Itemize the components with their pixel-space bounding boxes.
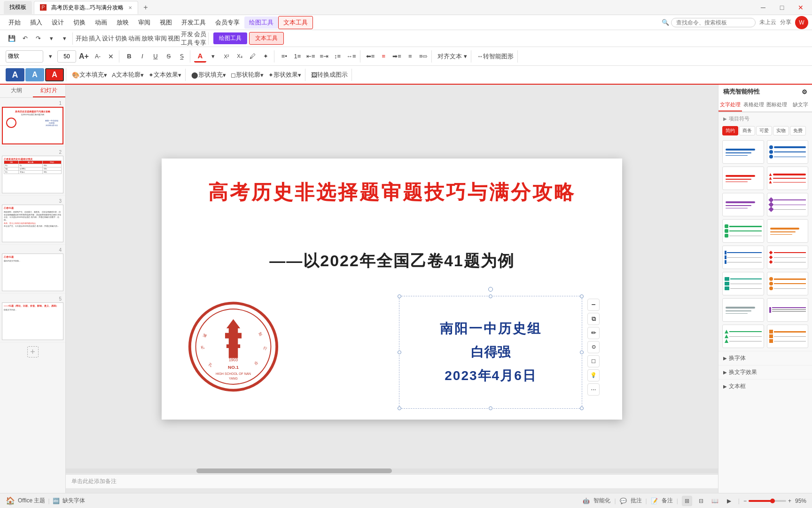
menu-slideshow[interactable]: 放映	[112, 16, 133, 29]
menu-view[interactable]: 视图	[155, 16, 177, 29]
convert-smart-btn[interactable]: ↔转智能图形	[475, 50, 515, 63]
style-item-12[interactable]	[767, 272, 809, 295]
text-tool-tab[interactable]: 文本工具	[249, 32, 284, 45]
side-position-btn[interactable]: ⊙	[587, 341, 600, 353]
handle-mr[interactable]	[580, 350, 584, 354]
save-btn[interactable]: 💾	[6, 32, 18, 45]
share-btn[interactable]: 分享	[780, 18, 791, 26]
underline-btn[interactable]: U	[149, 50, 162, 63]
panel-tab-text[interactable]: 文字处理	[718, 99, 742, 111]
close-btn[interactable]: ✕	[793, 3, 808, 12]
smart-label[interactable]: 智能化	[593, 497, 610, 505]
menu-design[interactable]: 设计	[47, 16, 69, 29]
font-color-dropdown[interactable]: ▾	[207, 50, 219, 63]
vip-btn[interactable]: 会员专享	[194, 32, 206, 45]
font-size-decrease[interactable]: A-	[92, 50, 104, 63]
review-btn[interactable]: 审阅	[155, 32, 167, 45]
filter-cute[interactable]: 可爱	[756, 126, 772, 135]
handle-br[interactable]	[580, 406, 584, 410]
font-size-increase[interactable]: A+	[77, 50, 91, 63]
clear-format-btn[interactable]: ✕	[105, 50, 117, 63]
view-reading[interactable]: 📖	[710, 496, 720, 506]
style-item-2[interactable]	[767, 140, 809, 164]
view-present[interactable]: ▶	[724, 496, 734, 506]
filter-simple[interactable]: 简约	[722, 126, 738, 135]
draw-tool-tab[interactable]: 绘图工具	[213, 32, 247, 44]
shape-fill-btn[interactable]: ⬤ 形状填充 ▾	[189, 69, 228, 81]
panel-settings-icon[interactable]: ⚙	[802, 88, 807, 95]
text-style-a3-box[interactable]: A	[45, 68, 64, 81]
convert-display-btn[interactable]: 🖼 转换成图示	[309, 69, 350, 81]
side-layers-btn[interactable]: ⧉	[587, 313, 600, 325]
align-right-btn[interactable]: ➡≡	[390, 50, 403, 63]
text-outline-drop[interactable]: ▾	[141, 71, 144, 79]
handle-tc[interactable]	[489, 294, 492, 298]
shape-outline-drop[interactable]: ▾	[260, 71, 264, 79]
text-fill-btn[interactable]: 🎨 文本填充 ▾	[70, 69, 109, 81]
numbering-btn[interactable]: 1≡	[291, 50, 304, 63]
menu-vip[interactable]: 会员专享	[211, 16, 244, 29]
style-item-13[interactable]	[722, 298, 764, 322]
slide-thumb-4[interactable]: 4 乙卷41题 题目内容文字段落...	[0, 245, 65, 294]
redo-btn[interactable]: ↷	[32, 32, 44, 45]
style-item-8[interactable]	[767, 219, 809, 243]
side-minus-btn[interactable]: −	[587, 299, 600, 311]
font-name-input[interactable]	[6, 50, 43, 63]
style-item-9[interactable]	[722, 246, 764, 269]
align-center-btn[interactable]: ≡	[377, 50, 390, 63]
start-btn[interactable]: 开始	[76, 32, 88, 45]
side-crop-btn[interactable]: □	[587, 355, 600, 367]
zoom-thumb[interactable]	[770, 499, 775, 503]
style-item-3[interactable]	[722, 167, 764, 190]
panel-tab-icon[interactable]: 图标处理	[765, 99, 789, 111]
devtools-btn[interactable]: 开发工具	[181, 32, 193, 45]
zoom-out-btn[interactable]: −	[743, 498, 747, 504]
menu-animation[interactable]: 动画	[90, 16, 112, 29]
shape-fill-drop[interactable]: ▾	[223, 71, 226, 79]
style-item-6[interactable]	[767, 193, 809, 216]
slide-thumb-3[interactable]: 3 乙卷41题 阅读材料，使材料产生、信息量大、难度高。 历史定档建材丰富，历史…	[0, 196, 65, 245]
shape-effect-drop[interactable]: ▾	[298, 71, 301, 79]
style-item-10[interactable]	[767, 246, 809, 269]
add-slide-btn[interactable]: +	[27, 346, 39, 357]
font-missing-label[interactable]: 缺失字体	[62, 497, 85, 505]
user-avatar[interactable]: W	[795, 16, 808, 29]
style-item-15[interactable]	[722, 325, 764, 348]
text-effect-drop[interactable]: ▾	[178, 71, 181, 79]
menu-transition[interactable]: 切换	[69, 16, 90, 29]
text-box-selected[interactable]: 南阳一中历史组 白得强 2023年4月6日 − ⧉ ✏ ⊙ □ 💡 ···	[399, 296, 582, 409]
view-btn[interactable]: 视图	[168, 32, 180, 45]
text-effect-btn[interactable]: ✦ 文本效果 ▾	[147, 69, 183, 81]
font-size-input[interactable]	[57, 50, 76, 63]
filter-real[interactable]: 实物	[773, 126, 789, 135]
menu-start[interactable]: 开始	[4, 16, 25, 29]
font-color-btn[interactable]: A	[194, 50, 206, 63]
slides-tab[interactable]: 幻灯片	[33, 85, 66, 97]
outline-tab[interactable]: 大纲	[0, 85, 33, 97]
handle-ml[interactable]	[398, 350, 401, 354]
font-change-header[interactable]: ▶ 换字体	[718, 351, 812, 365]
text-outline-btn[interactable]: A 文本轮廓 ▾	[110, 69, 146, 81]
tab-templates[interactable]: 找模板	[4, 1, 32, 14]
rotate-handle[interactable]	[488, 287, 493, 292]
handle-tr[interactable]	[580, 294, 584, 298]
slide-thumb-1[interactable]: 1 高考历史非选择题技巧与满分攻略 以2022年全国乙卷41题为例 南阳一中历史…	[0, 98, 65, 147]
shadow-btn[interactable]: S̲	[176, 50, 188, 63]
text-fill-drop[interactable]: ▾	[104, 71, 107, 79]
notes-label[interactable]: 备注	[662, 497, 673, 505]
line-spacing-btn[interactable]: ↕≡	[331, 50, 344, 63]
view-normal[interactable]: ⊞	[682, 496, 692, 506]
style-item-14[interactable]	[767, 298, 809, 322]
style-item-5[interactable]	[722, 193, 764, 216]
strikethrough-btn[interactable]: S	[163, 50, 175, 63]
add-tab-btn[interactable]: +	[140, 2, 151, 13]
transitions-btn[interactable]: 切换	[115, 32, 127, 45]
redo-drop[interactable]: ▾	[58, 32, 70, 45]
subscript-btn[interactable]: X₂	[234, 50, 246, 63]
indent-right-btn[interactable]: ≡⇥	[318, 50, 331, 63]
zoom-control[interactable]: − +	[743, 498, 791, 504]
zoom-level-label[interactable]: 95%	[795, 498, 806, 504]
slide-thumb-2[interactable]: 2 乙卷某省历史41题得分情况 分段满分人数平均分 2分0人4.5分 1题近10…	[0, 147, 65, 196]
side-ai-btn[interactable]: 💡	[587, 369, 600, 381]
col-spacing-btn[interactable]: ↔≡	[344, 50, 358, 63]
